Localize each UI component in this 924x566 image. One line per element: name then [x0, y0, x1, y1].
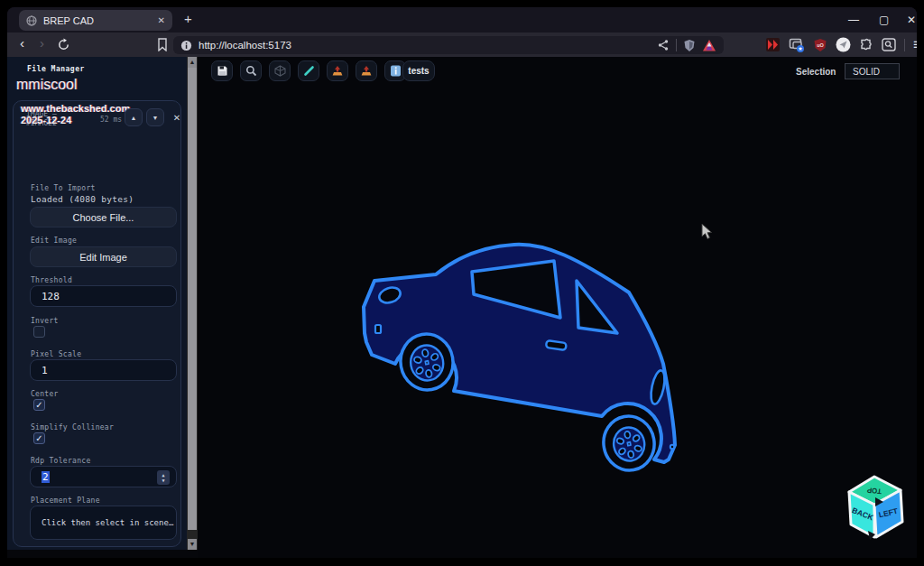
viewport-canvas[interactable]: tests Selection SOLID [198, 57, 917, 558]
placement-plane-label: Placement Plane [31, 496, 100, 505]
scrollbar-up-button[interactable]: ▲ [188, 57, 197, 68]
export-step-button[interactable] [356, 60, 377, 81]
urlbar-separator [676, 39, 677, 51]
feature-delete-button[interactable]: ✕ [168, 108, 186, 126]
extension-icons: ★ uO ≡ [765, 37, 917, 52]
url-text[interactable]: http://localhost:5173 [199, 40, 651, 51]
edit-image-label: Edit Image [31, 237, 77, 245]
extensions-puzzle-icon[interactable] [859, 38, 873, 52]
pixel-scale-input[interactable]: 1 [30, 359, 177, 381]
feature-timing: 52 ms [100, 116, 122, 124]
rdp-tolerance-label: Rdp Tolerance [31, 457, 91, 465]
image-feature-panel: IMAGE — #IMAGE2 www.thebackshed.com 2025… [13, 100, 181, 547]
window-maximize-button[interactable]: ▢ [879, 14, 889, 26]
sketch-pen-button[interactable] [298, 60, 319, 81]
svg-text:uO: uO [817, 42, 824, 47]
sidebar-extension-icon[interactable] [765, 37, 781, 52]
window-minimize-button[interactable]: — [848, 14, 859, 26]
zoom-button[interactable] [240, 60, 262, 81]
file-loaded-status: Loaded (4080 bytes) [31, 194, 134, 204]
view-cube[interactable]: TOP BACK LEFT [841, 468, 908, 542]
bookmark-icon[interactable] [157, 38, 168, 51]
pixel-scale-label: Pixel Scale [31, 350, 81, 358]
browser-tab[interactable]: BREP CAD ✕ [19, 10, 172, 31]
forward-button[interactable]: › [40, 36, 44, 50]
number-stepper[interactable]: ▲ ▼ [157, 470, 170, 485]
browser-window: BREP CAD ✕ + — ▢ ✕ ‹ › http://localhost:… [7, 7, 917, 558]
choose-file-button[interactable]: Choose File... [30, 207, 177, 227]
center-label: Center [31, 390, 59, 398]
magnifier-icon [245, 65, 257, 77]
feature-move-up-button[interactable]: ▲ [125, 108, 143, 126]
window-close-button[interactable]: ✕ [907, 14, 916, 26]
info-icon [390, 65, 402, 77]
mouse-cursor [701, 223, 714, 241]
save-button[interactable] [211, 60, 233, 81]
send-extension-icon[interactable] [836, 37, 851, 52]
rear-detail-dot [670, 445, 674, 449]
watermark-site: www.thebackshed.com [21, 103, 165, 115]
sidebar-title: File Manager [27, 65, 85, 73]
feature-move-down-button[interactable]: ▼ [146, 108, 164, 126]
watermark-text: www.thebackshed.com 2025-12-24 [21, 103, 165, 126]
watermark-username: mmiscool [16, 77, 78, 93]
wireframe-view-button[interactable] [269, 60, 291, 81]
rdp-tolerance-input[interactable]: 2 ▲ ▼ [30, 466, 177, 487]
tab-bar: BREP CAD ✕ + — ▢ ✕ [7, 7, 917, 32]
tab-close-icon[interactable]: ✕ [158, 15, 165, 25]
selection-mode-dropdown[interactable]: SOLID [845, 63, 900, 79]
brave-rewards-icon[interactable] [702, 39, 716, 52]
simplify-collinear-checkbox[interactable]: ✓ [33, 432, 45, 444]
viewcube-top-label: TOP [866, 486, 882, 496]
back-button[interactable]: ‹ [20, 36, 24, 50]
svg-text:★: ★ [798, 46, 802, 51]
simplify-collinear-label: Simplify Collinear [31, 423, 114, 431]
threshold-input[interactable]: 128 [30, 285, 177, 307]
placement-plane-button[interactable]: Click then select in scene… [30, 506, 177, 540]
new-tab-button[interactable]: + [184, 11, 192, 26]
window-star-extension-icon[interactable]: ★ [789, 38, 805, 52]
sidebar-scrollbar[interactable]: ▲ ▼ [187, 57, 198, 550]
pen-icon [303, 65, 315, 77]
rdp-tolerance-value[interactable]: 2 [42, 471, 50, 483]
brep-cad-app: File Manager mmiscool IMAGE — #IMAGE2 ww… [7, 57, 917, 558]
menu-button[interactable]: ≡ [913, 37, 917, 52]
file-to-import-label: File To Import [31, 184, 96, 192]
export-stl-button[interactable] [327, 60, 348, 81]
threshold-label: Threshold [31, 276, 72, 284]
file-manager-sidebar: File Manager mmiscool IMAGE — #IMAGE2 ww… [7, 57, 187, 550]
watermark-date: 2025-12-24 [21, 115, 165, 126]
tests-button[interactable]: tests [402, 60, 435, 81]
scrollbar-thumb[interactable] [188, 57, 197, 530]
scrollbar-down-button[interactable]: ▼ [188, 539, 197, 550]
edit-image-button[interactable]: Edit Image [30, 246, 177, 267]
cube-wireframe-icon [274, 65, 286, 77]
car-sketch[interactable] [361, 236, 686, 497]
tab-title: BREP CAD [43, 15, 152, 26]
site-info-icon[interactable] [180, 40, 192, 51]
navigation-bar: ‹ › http://localhost:5173 [7, 32, 917, 57]
stepper-down-icon[interactable]: ▼ [162, 478, 164, 483]
share-icon[interactable] [657, 39, 670, 51]
invert-checkbox[interactable] [33, 326, 45, 338]
reload-button[interactable] [57, 38, 70, 51]
floppy-disk-icon [217, 65, 228, 77]
brave-shields-icon[interactable] [683, 39, 696, 52]
toolbar-separator [904, 39, 905, 51]
center-checkbox[interactable]: ✓ [33, 399, 45, 411]
door-handle [546, 340, 567, 350]
export-up-icon [331, 65, 344, 77]
globe-icon [26, 15, 37, 26]
invert-label: Invert [31, 317, 59, 325]
rear-wheel [599, 413, 659, 475]
front-marker [375, 325, 381, 333]
url-bar[interactable]: http://localhost:5173 [173, 36, 724, 54]
export-up-icon [360, 65, 373, 77]
search-in-window-icon[interactable] [882, 38, 896, 51]
ublock-origin-icon[interactable]: uO [813, 38, 827, 52]
selection-label: Selection [796, 67, 836, 77]
